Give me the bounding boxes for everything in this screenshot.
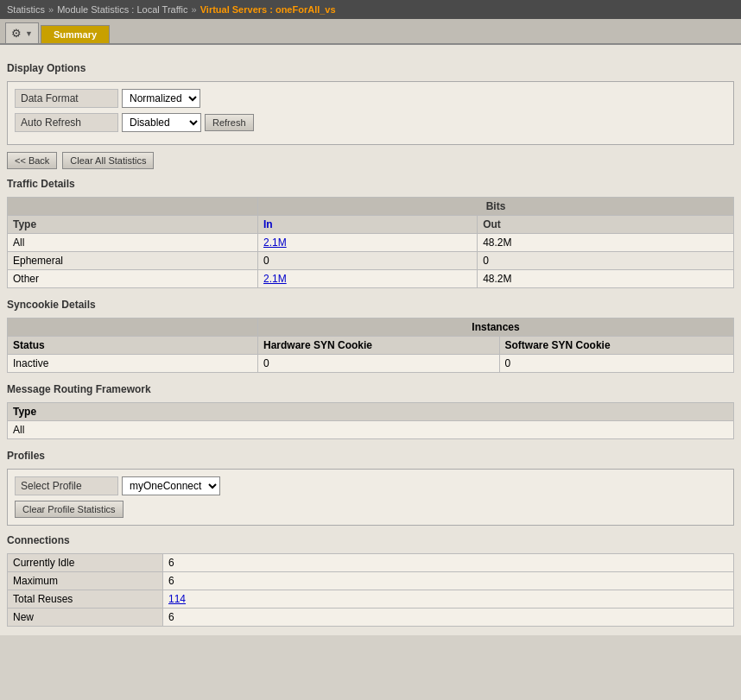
connections-title: Connections	[7, 534, 734, 548]
mrf-table: Type All	[7, 402, 734, 439]
profiles-box: Select Profile myOneConnect Clear Profil…	[7, 469, 734, 526]
table-row: Ephemeral 0 0	[8, 252, 734, 270]
traffic-in: 0	[258, 252, 478, 270]
conn-value: 6	[163, 609, 734, 627]
conn-value[interactable]: 114	[163, 590, 734, 609]
traffic-details-table: Bits Type In Out All 2.1M 48.2M Ephemera…	[7, 197, 734, 288]
profile-select[interactable]: myOneConnect	[122, 476, 220, 495]
traffic-out: 48.2M	[478, 270, 734, 288]
refresh-button[interactable]: Refresh	[205, 114, 254, 131]
clear-all-button[interactable]: Clear All Statistics	[62, 152, 154, 169]
traffic-out: 0	[478, 252, 734, 270]
select-profile-label: Select Profile	[15, 476, 118, 495]
conn-value: 6	[163, 554, 734, 572]
sync-status: Inactive	[8, 355, 258, 373]
list-item: New 6	[8, 609, 734, 627]
select-profile-row: Select Profile myOneConnect	[15, 476, 726, 495]
connections-table: Currently Idle 6 Maximum 6 Total Reuses …	[7, 553, 734, 627]
data-format-row: Data Format Normalized Raw	[15, 89, 726, 108]
traffic-details-title: Traffic Details	[7, 178, 734, 192]
auto-refresh-control: Disabled 5 seconds 10 seconds 30 seconds…	[122, 113, 254, 132]
clear-profile-button[interactable]: Clear Profile Statistics	[15, 501, 124, 518]
auto-refresh-label: Auto Refresh	[15, 113, 118, 132]
col-sw-syn-header: Software SYN Cookie	[499, 337, 733, 355]
conn-label: New	[8, 609, 163, 627]
data-format-select[interactable]: Normalized Raw	[122, 89, 200, 108]
conn-label: Currently Idle	[8, 554, 163, 572]
sync-hw: 0	[258, 355, 500, 373]
gear-button[interactable]: ⚙ ▼	[5, 22, 39, 43]
summary-tab[interactable]: Summary	[41, 25, 110, 43]
main-content: Display Options Data Format Normalized R…	[0, 45, 741, 635]
col-type-header: Type	[8, 216, 258, 234]
display-options-box: Data Format Normalized Raw Auto Refresh …	[7, 81, 734, 145]
syncookie-title: Syncookie Details	[7, 299, 734, 312]
traffic-in[interactable]: 2.1M	[258, 234, 478, 252]
col-out-header: Out	[478, 216, 734, 234]
traffic-in[interactable]: 2.1M	[258, 270, 478, 288]
table-row: All 2.1M 48.2M	[8, 234, 734, 252]
list-item: Currently Idle 6	[8, 554, 734, 572]
sync-sw: 0	[499, 355, 733, 373]
list-item: Total Reuses 114	[8, 590, 734, 609]
chevron-down-icon: ▼	[25, 29, 33, 38]
data-format-label: Data Format	[15, 89, 118, 108]
breadcrumb: Statistics » Module Statistics : Local T…	[0, 0, 741, 19]
col-in-header: In	[258, 216, 478, 234]
breadcrumb-current: Virtual Servers : oneForAll_vs	[200, 4, 336, 15]
breadcrumb-module-stats[interactable]: Module Statistics : Local Traffic	[57, 4, 187, 15]
mrf-col-type-header: Type	[8, 403, 734, 421]
conn-label: Total Reuses	[8, 590, 163, 609]
mrf-type: All	[8, 421, 734, 439]
breadcrumb-statistics[interactable]: Statistics	[7, 4, 45, 15]
col-hw-syn-header: Hardware SYN Cookie	[258, 337, 500, 355]
col-status-header: Status	[8, 337, 258, 355]
traffic-out: 48.2M	[478, 234, 734, 252]
traffic-type: Other	[8, 270, 258, 288]
traffic-type: All	[8, 234, 258, 252]
mrf-title: Message Routing Framework	[7, 383, 734, 397]
conn-label: Maximum	[8, 572, 163, 590]
data-format-control: Normalized Raw	[122, 89, 200, 108]
profiles-title: Profiles	[7, 450, 734, 464]
table-row: All	[8, 421, 734, 439]
table-row: Other 2.1M 48.2M	[8, 270, 734, 288]
auto-refresh-row: Auto Refresh Disabled 5 seconds 10 secon…	[15, 113, 726, 132]
action-buttons: << Back Clear All Statistics	[7, 152, 734, 169]
instances-header: Instances	[258, 318, 734, 337]
table-row: Inactive 0 0	[8, 355, 734, 373]
select-profile-control: myOneConnect	[122, 476, 220, 495]
tabs-bar: ⚙ ▼ Summary	[0, 19, 741, 45]
gear-icon: ⚙	[11, 27, 22, 40]
bits-header: Bits	[258, 198, 734, 216]
list-item: Maximum 6	[8, 572, 734, 590]
conn-value: 6	[163, 572, 734, 590]
auto-refresh-select[interactable]: Disabled 5 seconds 10 seconds 30 seconds…	[122, 113, 201, 132]
display-options-title: Display Options	[7, 62, 734, 76]
traffic-type: Ephemeral	[8, 252, 258, 270]
syncookie-table: Instances Status Hardware SYN Cookie Sof…	[7, 318, 734, 373]
back-button[interactable]: << Back	[7, 152, 57, 169]
